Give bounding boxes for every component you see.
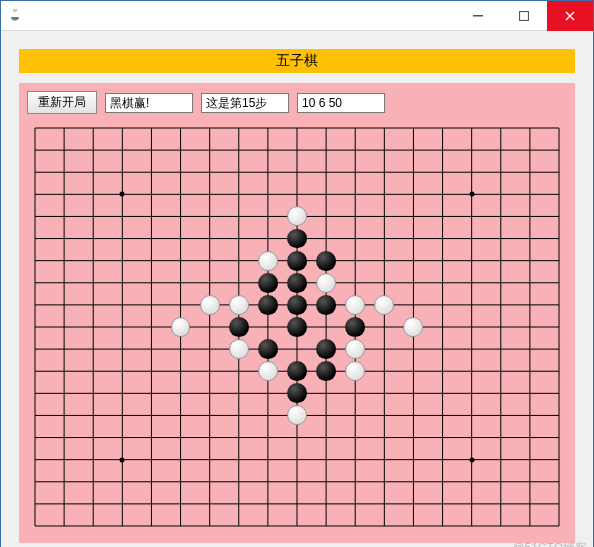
black-stone[interactable] [287,361,307,381]
black-stone[interactable] [258,339,278,359]
white-stone[interactable] [345,361,365,381]
status-field: 黑棋赢! [105,93,193,113]
star-point [469,457,474,462]
maximize-button[interactable] [501,1,547,31]
titlebar[interactable] [1,1,593,31]
coords-field: 10 6 50 [297,93,385,113]
white-stone[interactable] [345,339,365,359]
black-stone[interactable] [287,317,307,337]
white-stone[interactable] [258,251,278,271]
title-text: 五子棋 [276,52,318,70]
black-stone[interactable] [287,273,307,293]
white-stone[interactable] [229,295,249,315]
black-stone[interactable] [287,229,307,249]
board-area[interactable] [27,120,567,534]
white-stone[interactable] [171,317,191,337]
black-stone[interactable] [316,339,336,359]
black-stone[interactable] [316,361,336,381]
black-stone[interactable] [258,273,278,293]
star-point [120,457,125,462]
title-banner: 五子棋 [19,49,575,73]
client-area: 五子棋 重新开局 黑棋赢! 这是第15步 10 6 50 @51CTO博客 [1,31,593,547]
watermark: @51CTO博客 [512,540,587,547]
white-stone[interactable] [258,361,278,381]
star-point [120,192,125,197]
board-panel: 重新开局 黑棋赢! 这是第15步 10 6 50 [19,83,575,543]
black-stone[interactable] [229,317,249,337]
java-coffee-icon [7,8,23,24]
black-stone[interactable] [287,251,307,271]
app-window: 五子棋 重新开局 黑棋赢! 这是第15步 10 6 50 @51CTO博客 [0,0,594,547]
black-stone[interactable] [258,295,278,315]
close-button[interactable] [547,1,593,31]
white-stone[interactable] [200,295,220,315]
white-stone[interactable] [345,295,365,315]
star-point [469,192,474,197]
black-stone[interactable] [345,317,365,337]
white-stone[interactable] [316,273,336,293]
controls-row: 重新开局 黑棋赢! 这是第15步 10 6 50 [27,91,567,114]
black-stone[interactable] [287,295,307,315]
minimize-button[interactable] [455,1,501,31]
white-stone[interactable] [287,405,307,425]
black-stone[interactable] [316,251,336,271]
white-stone[interactable] [403,317,423,337]
white-stone[interactable] [287,206,307,226]
move-field: 这是第15步 [201,93,289,113]
white-stone[interactable] [374,295,394,315]
restart-button[interactable]: 重新开局 [27,91,97,114]
svg-rect-0 [473,15,483,17]
black-stone[interactable] [316,295,336,315]
svg-rect-1 [520,11,529,20]
white-stone[interactable] [229,339,249,359]
black-stone[interactable] [287,383,307,403]
